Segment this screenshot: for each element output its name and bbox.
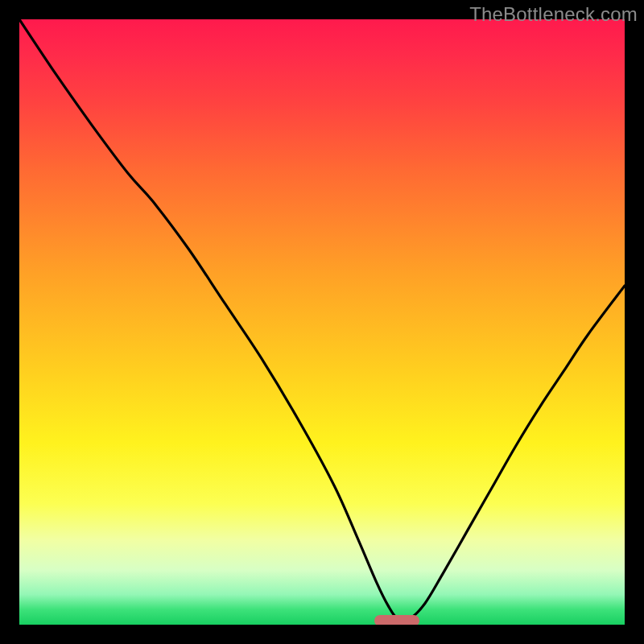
watermark-text: TheBottleneck.com bbox=[469, 3, 638, 26]
bottleneck-curve bbox=[19, 19, 625, 625]
optimal-marker bbox=[374, 615, 419, 625]
plot-area bbox=[19, 19, 625, 625]
chart-frame: TheBottleneck.com bbox=[0, 0, 644, 644]
